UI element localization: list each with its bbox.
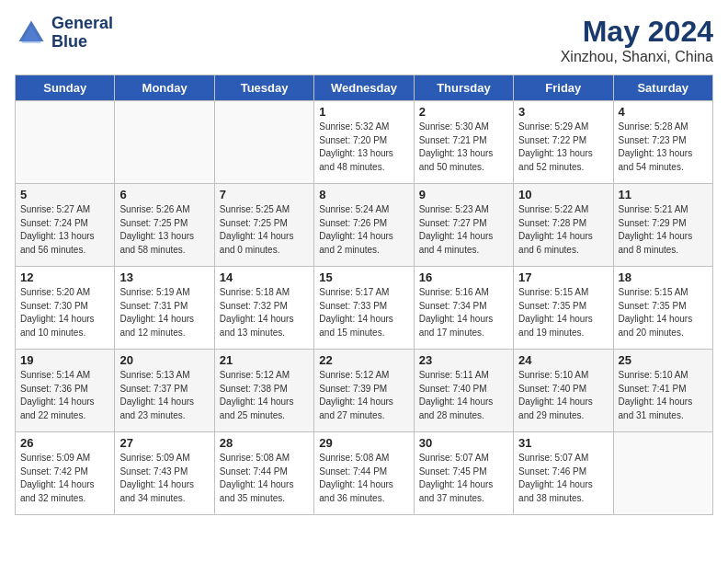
calendar-cell: 18Sunrise: 5:15 AM Sunset: 7:35 PM Dayli… [613,267,712,350]
title-block: May 2024 Xinzhou, Shanxi, China [561,15,713,65]
calendar-cell: 11Sunrise: 5:21 AM Sunset: 7:29 PM Dayli… [613,184,712,267]
day-info: Sunrise: 5:08 AM Sunset: 7:44 PM Dayligh… [220,452,309,505]
day-number: 6 [119,188,209,201]
day-number: 18 [619,270,708,284]
logo-icon [15,17,48,50]
day-number: 5 [20,188,109,201]
day-number: 4 [619,105,708,119]
day-number: 28 [220,436,309,450]
calendar-cell [613,432,712,515]
week-row-3: 12Sunrise: 5:20 AM Sunset: 7:30 PM Dayli… [16,267,713,350]
day-info: Sunrise: 5:29 AM Sunset: 7:22 PM Dayligh… [518,121,608,174]
calendar-cell: 31Sunrise: 5:07 AM Sunset: 7:46 PM Dayli… [514,432,613,515]
day-info: Sunrise: 5:09 AM Sunset: 7:43 PM Dayligh… [119,452,209,505]
calendar-cell: 8Sunrise: 5:24 AM Sunset: 7:26 PM Daylig… [314,184,414,267]
day-info: Sunrise: 5:22 AM Sunset: 7:28 PM Dayligh… [518,203,608,257]
day-info: Sunrise: 5:27 AM Sunset: 7:24 PM Dayligh… [20,203,109,257]
calendar-cell: 24Sunrise: 5:10 AM Sunset: 7:40 PM Dayli… [514,350,613,432]
day-number: 2 [419,105,508,119]
day-info: Sunrise: 5:11 AM Sunset: 7:40 PM Dayligh… [419,369,508,422]
day-info: Sunrise: 5:20 AM Sunset: 7:30 PM Dayligh… [20,286,109,339]
calendar-cell: 15Sunrise: 5:17 AM Sunset: 7:33 PM Dayli… [314,267,414,350]
calendar-cell: 1Sunrise: 5:32 AM Sunset: 7:20 PM Daylig… [314,101,414,184]
calendar-cell: 3Sunrise: 5:29 AM Sunset: 7:22 PM Daylig… [514,101,613,184]
day-info: Sunrise: 5:17 AM Sunset: 7:33 PM Dayligh… [319,286,408,339]
week-row-5: 26Sunrise: 5:09 AM Sunset: 7:42 PM Dayli… [16,432,713,515]
day-info: Sunrise: 5:32 AM Sunset: 7:20 PM Dayligh… [319,121,408,174]
day-info: Sunrise: 5:25 AM Sunset: 7:25 PM Dayligh… [220,203,309,257]
logo-text: General Blue [51,15,113,52]
day-number: 26 [20,436,109,450]
calendar-cell: 14Sunrise: 5:18 AM Sunset: 7:32 PM Dayli… [214,267,313,350]
calendar-cell: 7Sunrise: 5:25 AM Sunset: 7:25 PM Daylig… [214,184,313,267]
calendar-cell: 27Sunrise: 5:09 AM Sunset: 7:43 PM Dayli… [115,432,214,515]
day-number: 17 [518,270,608,284]
week-row-4: 19Sunrise: 5:14 AM Sunset: 7:36 PM Dayli… [16,350,713,432]
calendar-cell: 22Sunrise: 5:12 AM Sunset: 7:39 PM Dayli… [314,350,414,432]
day-number: 20 [119,353,209,367]
day-number: 9 [419,188,508,201]
calendar-cell: 6Sunrise: 5:26 AM Sunset: 7:25 PM Daylig… [115,184,214,267]
weekday-header-wednesday: Wednesday [314,75,414,101]
day-number: 3 [518,105,608,119]
calendar-cell: 30Sunrise: 5:07 AM Sunset: 7:45 PM Dayli… [414,432,513,515]
day-info: Sunrise: 5:07 AM Sunset: 7:46 PM Dayligh… [518,452,608,505]
day-info: Sunrise: 5:28 AM Sunset: 7:23 PM Dayligh… [619,121,708,174]
day-number: 22 [319,353,408,367]
day-info: Sunrise: 5:23 AM Sunset: 7:27 PM Dayligh… [419,203,508,257]
weekday-header-saturday: Saturday [613,75,712,101]
day-info: Sunrise: 5:08 AM Sunset: 7:44 PM Dayligh… [319,452,408,505]
day-info: Sunrise: 5:19 AM Sunset: 7:31 PM Dayligh… [119,286,209,339]
day-number: 27 [119,436,209,450]
day-number: 30 [419,436,508,450]
calendar-cell: 5Sunrise: 5:27 AM Sunset: 7:24 PM Daylig… [16,184,115,267]
day-number: 1 [319,105,408,119]
day-number: 24 [518,353,608,367]
day-number: 25 [619,353,708,367]
calendar-cell: 16Sunrise: 5:16 AM Sunset: 7:34 PM Dayli… [414,267,513,350]
weekday-header-monday: Monday [115,75,214,101]
day-info: Sunrise: 5:30 AM Sunset: 7:21 PM Dayligh… [419,121,508,174]
day-info: Sunrise: 5:16 AM Sunset: 7:34 PM Dayligh… [419,286,508,339]
calendar-cell [214,101,313,184]
calendar-cell: 19Sunrise: 5:14 AM Sunset: 7:36 PM Dayli… [16,350,115,432]
day-number: 10 [518,188,608,201]
day-info: Sunrise: 5:15 AM Sunset: 7:35 PM Dayligh… [518,286,608,339]
day-number: 23 [419,353,508,367]
calendar-cell: 23Sunrise: 5:11 AM Sunset: 7:40 PM Dayli… [414,350,513,432]
weekday-header-friday: Friday [514,75,613,101]
location-title: Xinzhou, Shanxi, China [561,49,713,65]
day-info: Sunrise: 5:09 AM Sunset: 7:42 PM Dayligh… [20,452,109,505]
calendar-cell: 10Sunrise: 5:22 AM Sunset: 7:28 PM Dayli… [514,184,613,267]
day-info: Sunrise: 5:12 AM Sunset: 7:38 PM Dayligh… [220,369,309,422]
day-number: 16 [419,270,508,284]
day-info: Sunrise: 5:26 AM Sunset: 7:25 PM Dayligh… [119,203,209,257]
weekday-header-thursday: Thursday [414,75,513,101]
calendar-table: SundayMondayTuesdayWednesdayThursdayFrid… [15,75,713,515]
calendar-cell: 9Sunrise: 5:23 AM Sunset: 7:27 PM Daylig… [414,184,513,267]
day-info: Sunrise: 5:10 AM Sunset: 7:40 PM Dayligh… [518,369,608,422]
day-number: 19 [20,353,109,367]
day-number: 11 [619,188,708,201]
day-info: Sunrise: 5:18 AM Sunset: 7:32 PM Dayligh… [220,286,309,339]
day-info: Sunrise: 5:07 AM Sunset: 7:45 PM Dayligh… [419,452,508,505]
day-number: 13 [119,270,209,284]
day-number: 29 [319,436,408,450]
day-info: Sunrise: 5:15 AM Sunset: 7:35 PM Dayligh… [619,286,708,339]
logo-line2: Blue [51,33,113,52]
day-number: 8 [319,188,408,201]
calendar-cell: 26Sunrise: 5:09 AM Sunset: 7:42 PM Dayli… [16,432,115,515]
day-info: Sunrise: 5:10 AM Sunset: 7:41 PM Dayligh… [619,369,708,422]
day-number: 14 [220,270,309,284]
calendar-cell: 4Sunrise: 5:28 AM Sunset: 7:23 PM Daylig… [613,101,712,184]
calendar-cell: 20Sunrise: 5:13 AM Sunset: 7:37 PM Dayli… [115,350,214,432]
calendar-cell: 28Sunrise: 5:08 AM Sunset: 7:44 PM Dayli… [214,432,313,515]
weekday-header-tuesday: Tuesday [214,75,313,101]
weekday-header-sunday: Sunday [16,75,115,101]
day-info: Sunrise: 5:14 AM Sunset: 7:36 PM Dayligh… [20,369,109,422]
calendar-cell [115,101,214,184]
header-row: SundayMondayTuesdayWednesdayThursdayFrid… [16,75,713,101]
month-title: May 2024 [561,15,713,49]
day-info: Sunrise: 5:21 AM Sunset: 7:29 PM Dayligh… [619,203,708,257]
week-row-1: 1Sunrise: 5:32 AM Sunset: 7:20 PM Daylig… [16,101,713,184]
